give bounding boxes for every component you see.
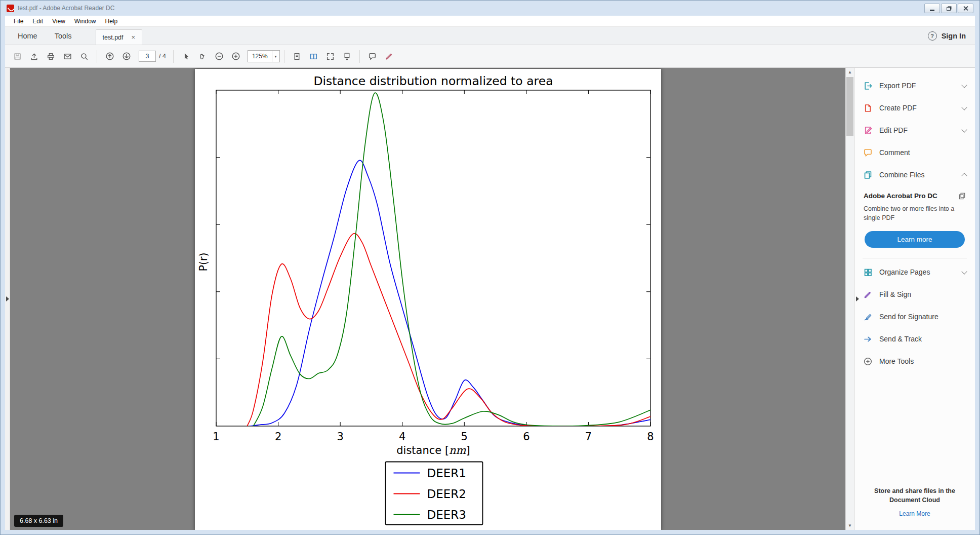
- fullscreen-icon: [326, 52, 335, 61]
- tab-bar: Home Tools test.pdf × ? Sign In: [5, 27, 975, 45]
- minimize-icon: [930, 10, 934, 11]
- menu-window[interactable]: Window: [70, 16, 101, 26]
- minimize-button[interactable]: [924, 4, 940, 13]
- send-for-signature-icon: [863, 312, 873, 322]
- menu-help[interactable]: Help: [101, 16, 123, 26]
- scrollbar-track[interactable]: [846, 77, 854, 521]
- svg-text:4: 4: [399, 431, 405, 443]
- sidebar-item-combine-files[interactable]: Combine Files: [854, 164, 975, 186]
- search-button[interactable]: [76, 49, 93, 64]
- menu-edit[interactable]: Edit: [28, 16, 48, 26]
- email-button[interactable]: [59, 49, 76, 64]
- fullscreen-button[interactable]: [322, 49, 339, 64]
- send-file-button[interactable]: [26, 49, 43, 64]
- sidebar-item-label: Organize Pages: [879, 268, 930, 276]
- sidebar-item-organize-pages[interactable]: Organize Pages: [854, 261, 975, 283]
- tab-document[interactable]: test.pdf ×: [96, 29, 143, 45]
- document-area[interactable]: 12345678Distance distribution normalized…: [10, 68, 845, 530]
- acrobat-window: test.pdf - Adobe Acrobat Reader DC File …: [0, 0, 980, 535]
- document-cloud-learn-more-link[interactable]: Learn More: [899, 510, 930, 517]
- tab-document-label: test.pdf: [103, 34, 124, 41]
- scrollbar-thumb[interactable]: [846, 77, 853, 136]
- acrobat-logo-icon: [7, 5, 14, 12]
- svg-text:2: 2: [274, 431, 281, 443]
- window-title: test.pdf - Adobe Acrobat Reader DC: [18, 5, 114, 12]
- sidebar-item-comment[interactable]: Comment: [854, 141, 975, 164]
- chevron-down-icon[interactable]: [961, 82, 967, 88]
- sidebar-item-export-pdf[interactable]: Export PDF: [854, 74, 975, 97]
- svg-text:3: 3: [337, 431, 343, 443]
- tools-sidebar: Export PDF Create PDF Edit PDF Comment: [854, 68, 975, 530]
- sidebar-item-label: Comment: [879, 148, 910, 157]
- print-icon: [47, 52, 55, 61]
- sidebar-item-create-pdf[interactable]: Create PDF: [854, 97, 975, 119]
- more-tools-icon: [863, 357, 873, 366]
- chevron-up-icon[interactable]: [961, 173, 967, 178]
- svg-text:P(r): P(r): [197, 253, 210, 272]
- two-page-view-icon: [309, 52, 318, 61]
- nav-pane-toggle[interactable]: [6, 296, 9, 301]
- main-toolbar: / 4 125% ▾: [5, 45, 975, 68]
- chevron-down-icon[interactable]: [961, 269, 967, 274]
- sidebar-item-more-tools[interactable]: More Tools: [854, 350, 975, 372]
- single-page-icon: [293, 52, 301, 61]
- sidebar-item-send-for-signature[interactable]: Send for Signature: [854, 305, 975, 328]
- zoom-level-select[interactable]: 125% ▾: [248, 50, 280, 62]
- vertical-scrollbar[interactable]: ▲ ▼: [845, 68, 854, 530]
- save-button[interactable]: [9, 49, 26, 64]
- zoom-out-button[interactable]: [211, 49, 228, 64]
- sidebar-item-label: Create PDF: [879, 104, 917, 112]
- tab-close-icon[interactable]: ×: [132, 34, 136, 41]
- menu-view[interactable]: View: [48, 16, 70, 26]
- page-fit-button[interactable]: [305, 49, 322, 64]
- zoom-in-button[interactable]: [228, 49, 244, 64]
- tools-pane-toggle[interactable]: [856, 296, 859, 301]
- create-pdf-icon: [863, 103, 873, 113]
- previous-page-icon: [105, 52, 114, 61]
- hand-tool-button[interactable]: [194, 49, 211, 64]
- previous-page-button[interactable]: [101, 49, 118, 64]
- chevron-down-icon[interactable]: [961, 104, 967, 110]
- scrolling-page-icon: [343, 52, 351, 61]
- select-tool-button[interactable]: [178, 49, 194, 64]
- tab-home[interactable]: Home: [9, 27, 46, 45]
- learn-more-button[interactable]: Learn more: [865, 231, 965, 248]
- page-number-input[interactable]: [139, 51, 156, 62]
- restore-button[interactable]: [941, 4, 957, 13]
- highlighter-pen-icon: [385, 52, 393, 61]
- tools-list-secondary: Organize Pages Fill & Sign Send for Sign…: [854, 258, 975, 372]
- sign-in-button[interactable]: Sign In: [942, 32, 966, 40]
- print-button[interactable]: [43, 49, 59, 64]
- sidebar-item-label: Fill & Sign: [879, 290, 911, 298]
- organize-pages-icon: [863, 268, 873, 277]
- pdf-page: 12345678Distance distribution normalized…: [195, 69, 661, 530]
- page-view-button[interactable]: [289, 49, 305, 64]
- hand-icon: [198, 52, 207, 61]
- sidebar-item-edit-pdf[interactable]: Edit PDF: [854, 119, 975, 141]
- svg-text:DEER3: DEER3: [427, 508, 466, 521]
- save-icon: [13, 52, 22, 61]
- highlight-tool-button[interactable]: [381, 49, 397, 64]
- menu-file[interactable]: File: [9, 16, 28, 26]
- comment-tool-button[interactable]: [364, 49, 381, 64]
- sidebar-item-fill-sign[interactable]: Fill & Sign: [854, 283, 975, 305]
- svg-text:Distance distribution normaliz: Distance distribution normalized to area: [313, 74, 553, 88]
- edit-pdf-icon: [863, 126, 873, 135]
- chevron-down-icon[interactable]: [961, 127, 967, 132]
- cursor-icon: [182, 52, 190, 61]
- close-button[interactable]: [958, 4, 973, 13]
- next-page-button[interactable]: [118, 49, 135, 64]
- scroll-down-button[interactable]: ▼: [846, 521, 854, 530]
- scroll-up-button[interactable]: ▲: [846, 68, 854, 77]
- distance-distribution-chart: 12345678Distance distribution normalized…: [195, 69, 661, 530]
- sidebar-item-send-track[interactable]: Send & Track: [854, 328, 975, 350]
- acrobat-pro-icon: [958, 192, 966, 200]
- help-icon[interactable]: ?: [928, 31, 937, 41]
- toolbar-separator: [284, 50, 284, 63]
- sidebar-item-label: Combine Files: [879, 171, 924, 179]
- svg-text:DEER2: DEER2: [427, 487, 466, 501]
- tab-tools[interactable]: Tools: [46, 27, 80, 45]
- scrolling-mode-button[interactable]: [339, 49, 355, 64]
- svg-text:7: 7: [585, 431, 591, 443]
- close-icon: [963, 6, 968, 11]
